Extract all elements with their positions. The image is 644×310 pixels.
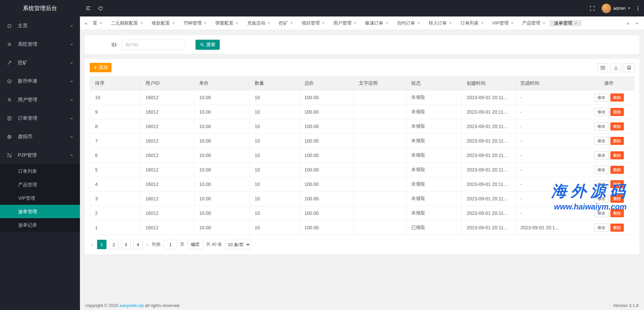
tab-close-icon[interactable]: ×: [511, 21, 514, 25]
tab-11[interactable]: 合约订单×: [392, 20, 424, 26]
delete-button[interactable]: 删除: [610, 122, 624, 130]
tab-close-icon[interactable]: ×: [481, 21, 484, 25]
user-menu[interactable]: admin: [602, 4, 631, 13]
page-button-3[interactable]: 3: [121, 240, 131, 249]
print-button[interactable]: [624, 63, 634, 72]
tab-close-icon[interactable]: ×: [100, 21, 102, 25]
cell-qty: 10: [250, 119, 299, 134]
refresh-icon[interactable]: [98, 6, 103, 11]
sidebar-item-4[interactable]: 新币申请: [0, 72, 80, 90]
tab-close-icon[interactable]: ×: [322, 21, 325, 25]
sidebar-item-5[interactable]: 用户管理: [0, 90, 80, 109]
tab-close-icon[interactable]: ×: [354, 21, 356, 25]
cell-sort: 8: [90, 119, 140, 134]
column-header: 用户ID: [140, 77, 194, 90]
tab-10[interactable]: 极速订单×: [361, 20, 393, 26]
delete-button[interactable]: 删除: [610, 151, 624, 159]
tab-close-icon[interactable]: ×: [140, 21, 143, 25]
sidebar-submenu: 订单列表产品管理VIP管理派单管理派单记录: [0, 164, 80, 232]
jump-page-input[interactable]: [163, 240, 177, 249]
per-page-select[interactable]: 10 条/页: [225, 240, 251, 249]
add-button[interactable]: 添加: [90, 63, 112, 72]
tab-close-icon[interactable]: ×: [236, 21, 239, 25]
edit-button[interactable]: 修改: [594, 137, 608, 145]
tab-2[interactable]: 二元期权配置×: [106, 20, 147, 26]
tab-close-icon[interactable]: ×: [290, 21, 293, 25]
tab-7[interactable]: 挖矿×: [274, 20, 297, 26]
tab-3[interactable]: 收款配置×: [147, 20, 179, 26]
delete-button[interactable]: 删除: [610, 195, 624, 203]
tab-4[interactable]: 币种管理×: [179, 20, 211, 26]
sidebar-subitem-4[interactable]: 派单管理: [0, 205, 80, 218]
sidebar-subitem-3[interactable]: VIP管理: [0, 191, 80, 205]
edit-button[interactable]: 修改: [594, 195, 608, 203]
sidebar-item-1[interactable]: 主页: [0, 16, 80, 35]
page-button-1[interactable]: 1: [97, 240, 106, 249]
sidebar-item-2[interactable]: 系统管理: [0, 35, 80, 53]
search-input[interactable]: [122, 40, 185, 50]
delete-button[interactable]: 删除: [610, 93, 624, 102]
tab-close-icon[interactable]: ×: [417, 21, 420, 25]
cell-created: 2023-09-01 20:11...: [462, 177, 515, 192]
tab-1[interactable]: 置×: [91, 20, 106, 26]
total-count: 共 40 条: [206, 241, 222, 247]
edit-button[interactable]: 修改: [594, 224, 608, 232]
tab-9[interactable]: 用户管理×: [329, 20, 361, 26]
edit-button[interactable]: 修改: [594, 180, 608, 188]
edit-button[interactable]: 修改: [594, 108, 608, 116]
tab-12[interactable]: 转入订单×: [424, 20, 456, 26]
column-settings-button[interactable]: [597, 63, 608, 72]
tab-close-icon[interactable]: ×: [543, 21, 546, 25]
tab-13[interactable]: 订单列表×: [456, 20, 488, 26]
tab-close-icon[interactable]: ×: [386, 21, 388, 25]
tab-8[interactable]: 项目管理×: [297, 20, 329, 26]
export-button[interactable]: [610, 63, 621, 72]
tab-scroll-left-icon[interactable]: «: [81, 20, 91, 26]
tab-6[interactable]: 充值活动×: [243, 20, 274, 26]
edit-button[interactable]: 修改: [594, 93, 608, 102]
delete-button[interactable]: 删除: [610, 209, 624, 217]
search-button[interactable]: 搜索: [196, 40, 220, 50]
edit-button[interactable]: 修改: [594, 151, 608, 159]
tab-label: 产品管理: [522, 20, 541, 26]
delete-button[interactable]: 删除: [610, 180, 624, 188]
edit-button[interactable]: 修改: [594, 166, 608, 174]
edit-button[interactable]: 修改: [594, 209, 608, 217]
next-page-icon[interactable]: ›: [145, 241, 149, 248]
delete-button[interactable]: 删除: [610, 108, 624, 116]
jump-confirm-button[interactable]: 确定: [187, 240, 203, 249]
tab-close-icon[interactable]: ×: [172, 21, 175, 25]
cell-status: 未领取: [406, 206, 462, 221]
delete-button[interactable]: 删除: [610, 166, 624, 174]
search-icon: [200, 42, 205, 47]
page-button-4[interactable]: 4: [133, 240, 143, 249]
tab-close-icon[interactable]: ×: [574, 21, 577, 25]
tab-close-icon[interactable]: ×: [267, 21, 270, 25]
sidebar-item-3[interactable]: 挖矿: [0, 53, 80, 72]
cell-price: 10.00: [194, 221, 250, 235]
tab-close-icon[interactable]: ×: [204, 21, 207, 25]
tab-collapse-icon[interactable]: [633, 21, 641, 25]
delete-button[interactable]: 删除: [610, 224, 624, 232]
fullscreen-icon[interactable]: [590, 6, 595, 11]
tab-15[interactable]: 产品管理×: [518, 20, 550, 26]
sidebar-subitem-5[interactable]: 派单记录: [0, 218, 80, 232]
footer-link[interactable]: easyweb.vip: [120, 303, 144, 308]
tab-scroll-right-icon[interactable]: »: [623, 20, 633, 26]
tab-16[interactable]: 派单管理×: [550, 20, 582, 26]
tab-5[interactable]: 弹窗配置×: [211, 20, 243, 26]
sidebar-item-7[interactable]: 虚拟币: [0, 127, 80, 146]
sidebar-toggle-icon[interactable]: [85, 5, 91, 11]
prev-page-icon[interactable]: ‹: [90, 241, 94, 248]
tab-label: 二元期权配置: [111, 20, 138, 26]
sidebar-subitem-2[interactable]: 产品管理: [0, 178, 80, 191]
delete-button[interactable]: 删除: [610, 137, 624, 145]
sidebar-item-8[interactable]: P2P管理: [0, 146, 80, 164]
edit-button[interactable]: 修改: [594, 122, 608, 130]
tab-14[interactable]: VIP管理×: [488, 20, 518, 26]
tab-close-icon[interactable]: ×: [449, 21, 452, 25]
sidebar-item-6[interactable]: 订单管理: [0, 109, 80, 127]
sidebar-subitem-1[interactable]: 订单列表: [0, 164, 80, 178]
kebab-menu-icon[interactable]: [637, 6, 639, 11]
page-button-2[interactable]: 2: [109, 240, 119, 249]
